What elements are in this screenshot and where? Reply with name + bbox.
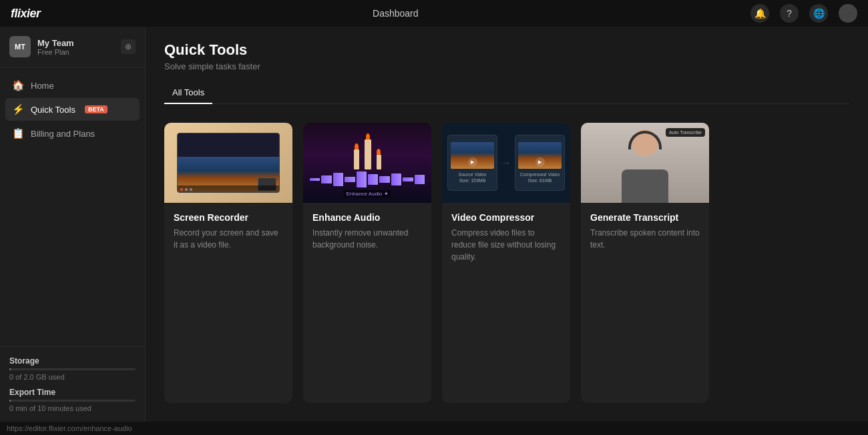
- nav-title: Dashboard: [373, 8, 419, 19]
- nav-icon-group: 🔔 ? 🌐: [750, 4, 857, 23]
- tabs-bar: All Tools: [164, 82, 849, 104]
- wave-bar: [345, 177, 355, 182]
- candle1: [354, 143, 359, 169]
- generate-transcript-thumb: Auto Transcribe: [581, 123, 709, 203]
- billing-icon: 📋: [12, 127, 24, 139]
- sidebar-item-quick-tools[interactable]: ⚡ Quick Tools beta: [5, 98, 140, 121]
- workspace-avatar: MT: [9, 36, 31, 57]
- screen-recorder-body: Screen Recorder Record your screen and s…: [164, 203, 292, 262]
- vc-compressed-box: ▶ Compressed VideoSize: 81MB: [515, 135, 565, 190]
- gt-headphone: [628, 131, 662, 149]
- workspace-name: My Team: [37, 38, 114, 48]
- billing-label: Billing and Plans: [31, 129, 95, 139]
- video-compressor-visual: ▶ Source VideoSize: 153MB → ▶ Compressed…: [442, 123, 570, 203]
- body-wrap: MT My Team Free Plan ⊕ 🏠 Home ⚡ Quick To…: [0, 27, 868, 422]
- sidebar-item-billing[interactable]: 📋 Billing and Plans: [5, 122, 140, 145]
- gt-overlay-label: Auto Transcribe: [666, 128, 705, 137]
- page-subtitle: Solve simple tasks faster: [164, 61, 849, 71]
- storage-bar: [9, 368, 136, 370]
- storage-used-text: 0 of 2.0 GB used: [9, 373, 136, 381]
- storage-label: Storage: [9, 356, 136, 366]
- help-icon[interactable]: ?: [780, 4, 799, 23]
- top-nav: flixier Dashboard 🔔 ? 🌐: [0, 0, 868, 27]
- tool-card-screen-recorder[interactable]: Screen Recorder Record your screen and s…: [164, 123, 292, 403]
- status-url: https://editor.flixier.com/enhance-audio: [7, 424, 132, 432]
- chevron-icon: ⊕: [121, 39, 136, 54]
- candle-body3: [377, 155, 381, 169]
- tab-all-tools[interactable]: All Tools: [164, 82, 212, 104]
- enhance-audio-thumb: Enhance Audio ✦: [303, 123, 431, 203]
- wave-bar: [391, 173, 401, 185]
- dot2: [185, 188, 188, 191]
- storage-bar-fill: [9, 368, 11, 370]
- screen-recorder-title: Screen Recorder: [174, 212, 283, 223]
- tool-card-video-compressor[interactable]: ▶ Source VideoSize: 153MB → ▶ Compressed…: [442, 123, 570, 403]
- tools-grid: Screen Recorder Record your screen and s…: [146, 104, 868, 422]
- export-used-text: 0 min of 10 minutes used: [9, 404, 136, 412]
- generate-transcript-title: Generate Transcript: [590, 212, 700, 223]
- screen-recorder-desc: Record your screen and save it as a vide…: [174, 227, 283, 251]
- export-label: Export Time: [9, 388, 136, 397]
- video-compressor-body: Video Compressor Compress video files to…: [442, 203, 570, 274]
- bell-icon[interactable]: 🔔: [750, 4, 769, 23]
- vc-arrow-icon: →: [501, 157, 511, 168]
- wave-bar: [333, 173, 343, 186]
- status-bar: https://editor.flixier.com/enhance-audio: [0, 422, 868, 435]
- quick-tools-label: Quick Tools: [31, 105, 75, 115]
- wave-bar: [415, 175, 425, 184]
- wave-bar: [310, 178, 320, 181]
- export-bar: [9, 400, 136, 402]
- tool-card-generate-transcript[interactable]: Auto Transcribe Generate Transcript Tran…: [581, 123, 709, 403]
- audio-waveform: [310, 169, 425, 189]
- screen-recorder-inner: [177, 133, 280, 193]
- vc-play-btn2: ▶: [535, 157, 545, 167]
- candles: [354, 133, 381, 169]
- workspace-plan: Free Plan: [37, 48, 114, 56]
- enhance-audio-body: Enhance Audio Instantly remove unwanted …: [303, 203, 431, 262]
- video-compressor-title: Video Compressor: [451, 212, 561, 223]
- screen-recorder-visual: [164, 123, 292, 203]
- sidebar-item-home[interactable]: 🏠 Home: [5, 74, 140, 97]
- screen-recorder-controls: [178, 185, 279, 193]
- quick-tools-icon: ⚡: [12, 103, 24, 115]
- home-icon: 🏠: [12, 79, 24, 91]
- sidebar-bottom: Storage 0 of 2.0 GB used Export Time 0 m…: [0, 346, 145, 422]
- export-bar-fill: [9, 400, 11, 402]
- wave-bar: [321, 175, 331, 183]
- generate-transcript-desc: Transcribe spoken content into text.: [590, 227, 700, 251]
- tool-card-enhance-audio[interactable]: Enhance Audio ✦ Enhance Audio Instantly …: [303, 123, 431, 403]
- page-title: Quick Tools: [164, 41, 849, 59]
- nav-items: 🏠 Home ⚡ Quick Tools beta 📋 Billing and …: [0, 67, 145, 346]
- vc-source-label: Source VideoSize: 153MB: [459, 171, 487, 183]
- vc-play-btn: ▶: [468, 157, 477, 167]
- gt-body: [622, 169, 668, 203]
- candle-body1: [354, 149, 359, 169]
- sidebar: MT My Team Free Plan ⊕ 🏠 Home ⚡ Quick To…: [0, 27, 146, 422]
- beta-badge: beta: [85, 105, 107, 113]
- enhance-audio-visual: Enhance Audio ✦: [303, 123, 431, 203]
- enhance-audio-desc: Instantly remove unwanted background noi…: [312, 227, 422, 251]
- wave-bar: [403, 177, 413, 181]
- globe-icon[interactable]: 🌐: [809, 4, 828, 23]
- main-content: Quick Tools Solve simple tasks faster Al…: [146, 27, 868, 422]
- candle2: [365, 133, 371, 169]
- app-logo: flixier: [11, 7, 41, 21]
- dot3: [190, 188, 192, 191]
- vc-source-box: ▶ Source VideoSize: 153MB: [447, 135, 497, 190]
- wave-bar: [379, 176, 389, 183]
- generate-transcript-visual: Auto Transcribe: [581, 123, 709, 203]
- enhance-audio-title: Enhance Audio: [312, 212, 422, 223]
- home-label: Home: [31, 81, 54, 91]
- generate-transcript-body: Generate Transcript Transcribe spoken co…: [581, 203, 709, 262]
- candle3: [377, 149, 381, 169]
- candle-scene: Enhance Audio ✦: [303, 123, 431, 203]
- vc-compressed-label: Compressed VideoSize: 81MB: [520, 171, 560, 183]
- user-avatar[interactable]: [839, 4, 857, 23]
- screen-recorder-thumb: [164, 123, 292, 203]
- video-compressor-thumb: ▶ Source VideoSize: 153MB → ▶ Compressed…: [442, 123, 570, 203]
- workspace-switcher[interactable]: MT My Team Free Plan ⊕: [0, 27, 145, 67]
- wave-bar: [368, 174, 378, 185]
- candle-body2: [365, 139, 371, 169]
- gt-person-scene: Auto Transcribe: [581, 123, 709, 203]
- main-header: Quick Tools Solve simple tasks faster Al…: [146, 27, 868, 104]
